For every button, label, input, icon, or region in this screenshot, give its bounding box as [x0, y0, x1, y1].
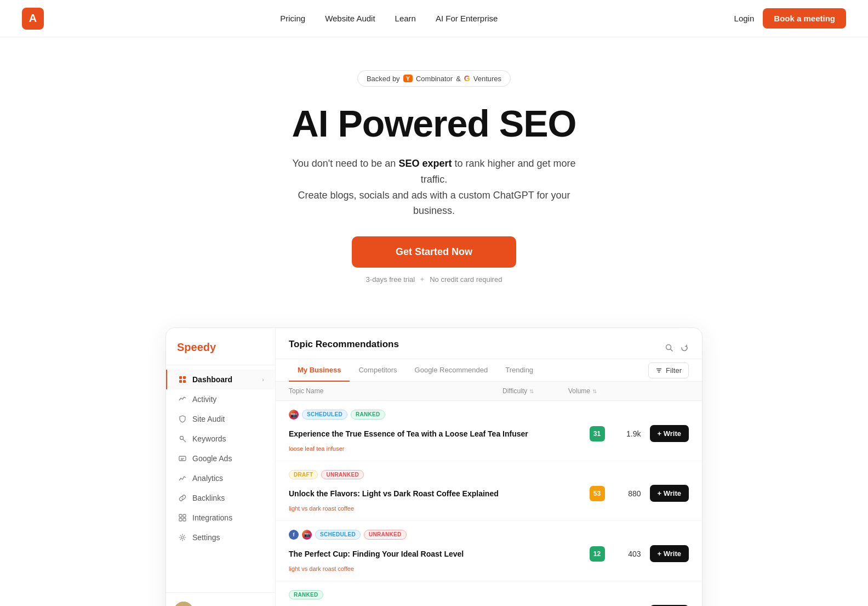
- sidebar-item-dashboard[interactable]: Dashboard ›: [166, 370, 275, 389]
- tab-competitors[interactable]: Competitors: [350, 359, 406, 382]
- volume-text: 1.9k: [614, 429, 641, 438]
- volume-text: 880: [614, 489, 641, 498]
- hero-description: You don't need to be an SEO expert to ra…: [286, 156, 582, 219]
- sidebar: Speedy Dashboard › Activity: [166, 328, 276, 606]
- sort-difficulty-icon: ⇅: [529, 388, 534, 394]
- book-meeting-button[interactable]: Book a meeting: [763, 8, 846, 29]
- topic-title: Topic Recommendations: [289, 339, 399, 359]
- sidebar-item-backlinks[interactable]: Backlinks: [166, 488, 275, 508]
- yc-badge: Y: [403, 75, 413, 82]
- draft-badge: DRAFT: [289, 470, 318, 479]
- gear-icon: [178, 533, 187, 542]
- scheduled-badge: SCHEDULED: [315, 530, 361, 540]
- write-button[interactable]: + Write: [650, 485, 689, 502]
- unranked-badge: UNRANKED: [321, 470, 364, 479]
- refresh-icon[interactable]: [680, 343, 689, 354]
- instagram-icon: 📷: [302, 530, 312, 540]
- row-top: The Perfect Cup: Finding Your Ideal Roas…: [289, 545, 689, 562]
- unranked-badge: UNRANKED: [364, 530, 407, 540]
- backed-by-badge: Backed by Y Combinator & G Ventures: [357, 70, 511, 87]
- main-content: Topic Recommendations M: [276, 328, 702, 606]
- trial-info: 3-days free trial ✦ No credit card requi…: [22, 275, 846, 284]
- row-title: The Perfect Cup: Finding Your Ideal Roas…: [289, 550, 568, 558]
- row-badges: f 📷 SCHEDULED UNRANKED: [289, 530, 689, 540]
- write-button[interactable]: + Write: [650, 425, 689, 442]
- login-button[interactable]: Login: [734, 14, 755, 23]
- hero-section: Backed by Y Combinator & G Ventures AI P…: [0, 37, 868, 305]
- row-badges: DRAFT UNRANKED: [289, 470, 689, 479]
- avatar: [174, 602, 193, 606]
- app-screenshot: Speedy Dashboard › Activity: [165, 327, 703, 606]
- row-badges: RANKED: [289, 590, 689, 599]
- table-row: f 📷 SCHEDULED UNRANKED The Perfect Cup: …: [276, 521, 702, 581]
- activity-icon: [178, 395, 187, 404]
- navbar: A Pricing Website Audit Learn AI For Ent…: [0, 0, 868, 37]
- sidebar-item-activity[interactable]: Activity: [166, 389, 275, 409]
- col-difficulty[interactable]: Difficulty ⇅: [502, 387, 568, 395]
- svg-point-13: [181, 536, 184, 539]
- col-volume[interactable]: Volume ⇅: [568, 387, 634, 395]
- nav-learn[interactable]: Learn: [395, 14, 416, 23]
- get-started-button[interactable]: Get Started Now: [352, 236, 516, 268]
- svg-rect-14: [174, 602, 193, 606]
- svg-rect-11: [179, 518, 182, 521]
- svg-rect-1: [183, 376, 186, 379]
- col-topic-name: Topic Name: [289, 387, 502, 395]
- volume-text: 403: [614, 550, 641, 558]
- scheduled-badge: SCHEDULED: [302, 410, 347, 420]
- sidebar-item-site-audit[interactable]: Site Audit: [166, 409, 275, 429]
- svg-line-18: [671, 349, 673, 352]
- chart-icon: [178, 474, 187, 483]
- write-button[interactable]: + Write: [650, 545, 689, 562]
- topic-tabs: My Business Competitors Google Recommend…: [276, 359, 702, 382]
- ads-icon: [178, 454, 187, 463]
- svg-line-5: [183, 439, 186, 443]
- topic-header: Topic Recommendations: [276, 328, 702, 359]
- sort-volume-icon: ⇅: [592, 388, 597, 394]
- row-badges: 📷 SCHEDULED RANKED: [289, 410, 689, 420]
- svg-rect-2: [179, 380, 182, 383]
- filter-button[interactable]: Filter: [648, 363, 689, 378]
- nav-logo[interactable]: A: [22, 8, 44, 30]
- search-icon[interactable]: [665, 343, 673, 354]
- sidebar-item-google-ads[interactable]: Google Ads: [166, 449, 275, 468]
- nav-links: Pricing Website Audit Learn AI For Enter…: [280, 14, 498, 23]
- sidebar-item-analytics[interactable]: Analytics: [166, 468, 275, 488]
- difficulty-badge: 31: [590, 426, 605, 441]
- tab-my-business[interactable]: My Business: [289, 359, 350, 382]
- svg-rect-3: [183, 380, 186, 383]
- nav-website-audit[interactable]: Website Audit: [325, 14, 375, 23]
- ranked-badge: RANKED: [289, 590, 323, 599]
- sidebar-user[interactable]: Coffee Heaven ✓ alex@coffeeheaven.com ›: [166, 592, 275, 606]
- chevron-right-icon: ›: [262, 376, 264, 383]
- shield-icon: [178, 415, 187, 423]
- row-keyword: loose leaf tea infuser: [289, 445, 689, 452]
- svg-rect-9: [179, 514, 182, 517]
- link-icon: [178, 494, 187, 502]
- row-top: Unlock the Flavors: Light vs Dark Roast …: [289, 485, 689, 502]
- sidebar-logo: Speedy: [166, 339, 275, 365]
- tab-google-recommended[interactable]: Google Recommended: [406, 359, 497, 382]
- topic-header-icons: [665, 343, 689, 354]
- row-title: Experience the True Essence of Tea with …: [289, 429, 568, 438]
- hero-headline: AI Powered SEO: [22, 102, 846, 145]
- table-row: DRAFT UNRANKED Unlock the Flavors: Light…: [276, 461, 702, 521]
- row-right: 31 1.9k + Write: [568, 425, 689, 442]
- difficulty-badge: 12: [590, 546, 605, 562]
- difficulty-badge: 53: [590, 486, 605, 501]
- row-right: 12 403 + Write: [568, 545, 689, 562]
- svg-rect-10: [183, 514, 186, 517]
- sidebar-divider: [166, 365, 275, 365]
- sidebar-item-keywords[interactable]: Keywords: [166, 429, 275, 449]
- puzzle-icon: [178, 513, 187, 522]
- table-header: Topic Name Difficulty ⇅ Volume ⇅: [276, 382, 702, 401]
- tab-trending[interactable]: Trending: [496, 359, 542, 382]
- nav-pricing[interactable]: Pricing: [280, 14, 305, 23]
- key-icon: [178, 434, 187, 443]
- sidebar-item-integrations[interactable]: Integrations: [166, 508, 275, 528]
- nav-enterprise[interactable]: AI For Enterprise: [436, 14, 498, 23]
- svg-rect-0: [179, 376, 182, 379]
- tabs-left: My Business Competitors Google Recommend…: [289, 359, 542, 381]
- sidebar-item-settings[interactable]: Settings: [166, 528, 275, 547]
- grid-icon: [178, 375, 187, 384]
